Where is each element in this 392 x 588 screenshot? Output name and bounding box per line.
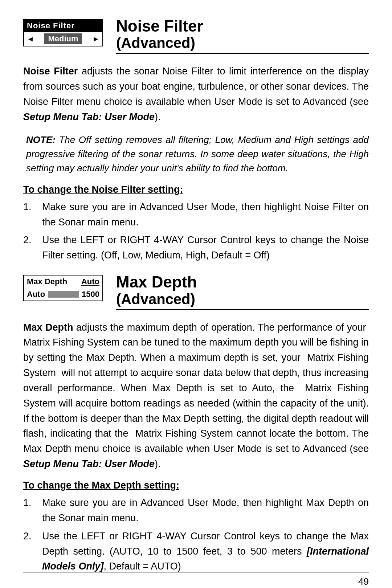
max-depth-widget: Max Depth Auto Auto 1500	[23, 275, 103, 301]
max-depth-step-1: 1. Make sure you are in Advanced User Mo…	[23, 495, 369, 526]
noise-filter-current-value: Medium	[44, 33, 82, 44]
max-depth-top-row: Max Depth Auto	[24, 275, 102, 288]
noise-filter-body: Noise Filter adjusts the sonar Noise Fil…	[23, 64, 369, 124]
max-depth-widget-label: Max Depth	[27, 277, 67, 286]
max-depth-step-1-text: Make sure you are in Advanced User Mode,…	[42, 497, 369, 523]
max-depth-ref: Setup Menu Tab: User Mode	[23, 458, 155, 469]
noise-filter-widget-title: Noise Filter	[24, 20, 102, 32]
max-depth-sub-heading: To change the Max Depth setting:	[23, 480, 369, 491]
max-depth-bar	[48, 291, 79, 298]
noise-filter-step-2-text: Use the LEFT or RIGHT 4-WAY Cursor Contr…	[42, 234, 369, 261]
max-depth-steps: 1. Make sure you are in Advanced User Mo…	[23, 495, 369, 574]
max-depth-title-sub: (Advanced)	[116, 291, 369, 307]
bottom-divider	[23, 572, 369, 573]
note-label: NOTE:	[26, 134, 56, 145]
noise-filter-step-2: 2. Use the LEFT or RIGHT 4-WAY Cursor Co…	[23, 233, 369, 263]
international-models-label: [International Models Only]	[42, 546, 369, 572]
noise-filter-steps: 1. Make sure you are in Advanced User Mo…	[23, 200, 369, 263]
noise-filter-note: NOTE: The Off setting removes all filter…	[23, 133, 369, 175]
max-depth-title-block: Max Depth (Advanced)	[116, 273, 369, 310]
noise-filter-widget-value-row: ◄ Medium ►	[24, 32, 102, 46]
max-depth-section-header: Max Depth Auto Auto 1500 Max Depth (Adva…	[23, 273, 369, 310]
noise-filter-widget: Noise Filter ◄ Medium ►	[23, 19, 103, 46]
step-number-3: 1.	[23, 495, 32, 511]
max-depth-bottom-row: Auto 1500	[24, 288, 102, 301]
max-depth-body-text: adjusts the maximum depth of operation. …	[23, 322, 369, 470]
noise-filter-right-arrow[interactable]: ►	[92, 35, 99, 43]
step-number-1: 1.	[23, 200, 32, 215]
max-depth-title-main: Max Depth	[116, 273, 369, 291]
noise-filter-ref: Setup Menu Tab: User Mode	[23, 111, 155, 122]
noise-filter-sub-heading: To change the Noise Filter setting:	[23, 184, 369, 195]
noise-filter-title-main: Noise Filter	[116, 17, 369, 35]
page-number: 49	[358, 576, 369, 587]
noise-filter-left-arrow[interactable]: ◄	[27, 35, 34, 43]
max-depth-auto-right: Auto	[81, 277, 99, 286]
step-number-4: 2.	[23, 529, 32, 544]
noise-filter-title-sub: (Advanced)	[116, 35, 369, 51]
noise-filter-step-1: 1. Make sure you are in Advanced User Mo…	[23, 200, 369, 230]
step-number-2: 2.	[23, 233, 32, 248]
max-depth-step-2: 2. Use the LEFT or RIGHT 4-WAY Cursor Co…	[23, 529, 369, 575]
max-depth-bar-value: 1500	[82, 290, 99, 299]
max-depth-box: Max Depth Auto Auto 1500	[23, 275, 103, 301]
max-depth-step-2-text: Use the LEFT or RIGHT 4-WAY Cursor Contr…	[42, 531, 369, 572]
noise-filter-section-header: Noise Filter ◄ Medium ► Noise Filter (Ad…	[23, 17, 369, 54]
note-text: The Off setting removes all filtering; L…	[26, 134, 369, 173]
max-depth-auto-left: Auto	[27, 290, 45, 299]
noise-filter-step-1-text: Make sure you are in Advanced User Mode,…	[42, 201, 369, 228]
max-depth-body-bold: Max Depth	[23, 322, 73, 333]
noise-filter-body-bold: Noise Filter	[23, 66, 78, 77]
max-depth-body: Max Depth adjusts the maximum depth of o…	[23, 320, 369, 472]
noise-filter-box: Noise Filter ◄ Medium ►	[23, 19, 103, 46]
noise-filter-title-block: Noise Filter (Advanced)	[116, 17, 369, 54]
